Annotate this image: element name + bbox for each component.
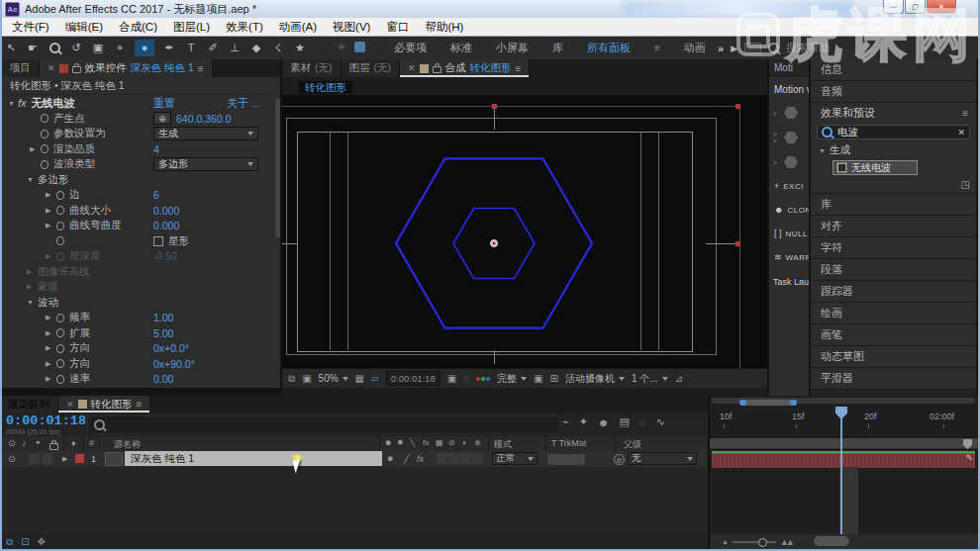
stopwatch-icon[interactable] xyxy=(56,314,69,322)
panel-header[interactable]: 对齐 xyxy=(811,216,976,237)
current-timecode[interactable]: 0:00:01:18 xyxy=(6,413,86,428)
menu-item[interactable]: 帮助(H) xyxy=(417,20,471,35)
reset-effect-link[interactable]: 重置 xyxy=(153,96,175,111)
brush-tool-icon[interactable]: ✐ xyxy=(206,40,220,56)
property-value[interactable]: 4 xyxy=(153,143,159,155)
workspace-tab[interactable]: 必要项 xyxy=(394,41,427,55)
parent-column-header[interactable]: 父级 xyxy=(624,438,641,451)
resolution-dropdown[interactable]: 完整 xyxy=(497,372,527,386)
expand-arrow-icon[interactable]: ▶ xyxy=(46,252,56,260)
menu-item[interactable]: 图层(L) xyxy=(165,20,218,35)
fx-column-icon[interactable]: fx xyxy=(423,438,432,447)
layer-row[interactable]: ⊙ ▶ 1 深灰色 纯色 1 ☻ ╱ fx 正常 @ 无 xyxy=(0,451,706,468)
about-effect-link[interactable]: 关于 ... xyxy=(227,96,260,111)
viewer-timecode[interactable]: 0:00:01:18 xyxy=(386,371,441,386)
property-row[interactable]: 参数设置为 生成 xyxy=(2,127,274,142)
zoom-in-mountain-icon[interactable]: ▲▲ xyxy=(780,537,792,547)
minimize-button[interactable]: — xyxy=(883,0,904,14)
property-row[interactable]: ▶ 蒙版 xyxy=(2,280,274,296)
mini-flowchart-icon[interactable]: ⌁ xyxy=(562,415,569,428)
adjustment-column-icon[interactable]: ◑ xyxy=(461,438,470,447)
frame-blend-column-icon[interactable]: ▦ xyxy=(436,438,444,447)
shy-toggle-icon[interactable]: ☻ xyxy=(598,416,610,428)
null-button[interactable]: [ ] NULL xyxy=(769,222,809,245)
roto-brush-tool-icon[interactable]: ☇ xyxy=(271,40,285,56)
property-value[interactable]: 1.00 xyxy=(153,312,173,323)
property-dropdown[interactable]: 生成 xyxy=(153,127,258,140)
property-value[interactable]: 0x+0.0° xyxy=(153,342,189,354)
expand-layer-arrow[interactable]: ▶ xyxy=(62,455,67,463)
stopwatch-icon[interactable] xyxy=(41,114,53,123)
close-tab-icon[interactable]: ✕ xyxy=(408,63,416,73)
layer-fx-switch[interactable]: fx xyxy=(417,454,424,464)
stopwatch-icon[interactable] xyxy=(56,328,69,337)
stopwatch-icon[interactable] xyxy=(56,222,69,230)
effect-result-item[interactable]: 无线电波 xyxy=(833,160,918,175)
snapshot-icon[interactable]: ▣ xyxy=(447,374,456,384)
tab-footage[interactable]: 素材(无) xyxy=(282,59,342,77)
timeline-search-input[interactable] xyxy=(87,415,560,434)
eraser-tool-icon[interactable]: ◆ xyxy=(249,40,263,56)
property-row[interactable]: ▶ 曲线大小 0.000 xyxy=(2,203,274,219)
audio-column-icon[interactable]: ♪ xyxy=(22,438,27,448)
property-value[interactable]: 0.000 xyxy=(153,205,179,217)
media-box-icon[interactable] xyxy=(744,43,761,54)
layer-duration-bar[interactable] xyxy=(712,453,975,468)
property-value[interactable]: 0.00 xyxy=(153,373,173,385)
anchor-button[interactable]: < xyxy=(769,101,809,125)
comp-viewer-chip[interactable]: 转化图形 xyxy=(299,81,352,94)
playhead-stem[interactable] xyxy=(840,418,842,534)
expand-arrow-icon[interactable]: ▶ xyxy=(46,222,56,230)
timeline-zoom-slider[interactable] xyxy=(733,541,776,543)
menu-item[interactable]: 视图(V) xyxy=(325,20,378,35)
property-row[interactable]: ▶ 速率 0.00 xyxy=(2,372,274,388)
stopwatch-icon[interactable] xyxy=(56,206,69,215)
layer-handle[interactable] xyxy=(492,104,497,109)
expand-arrow-icon[interactable]: ▶ xyxy=(46,329,56,337)
selection-tool-icon[interactable]: ↖ xyxy=(4,40,18,56)
warp-button[interactable]: ≋ WARP xyxy=(769,245,809,269)
close-button[interactable]: ✕ xyxy=(927,0,956,14)
panel-header[interactable]: 音频 xyxy=(811,81,976,103)
panel-header[interactable]: 动态草图 xyxy=(811,346,976,368)
stopwatch-icon[interactable] xyxy=(56,191,69,200)
timeline-pane-toggle-icon-3[interactable]: ✥ xyxy=(38,536,46,547)
anchor-button[interactable]: >< xyxy=(769,125,809,150)
3d-column-icon[interactable]: ⊕ xyxy=(474,438,483,447)
quality-column-icon[interactable]: ╲ xyxy=(410,438,419,447)
always-preview-icon[interactable]: ⧉ xyxy=(288,374,295,384)
tab-project[interactable]: 项目 xyxy=(2,59,40,77)
trkmat-column-header[interactable]: T TrkMat xyxy=(551,438,586,448)
effect-point-anchor[interactable] xyxy=(488,237,500,249)
menu-item[interactable]: 动画(A) xyxy=(271,20,325,35)
timeline-pane-toggle-icon-1[interactable]: ⧉ xyxy=(6,536,13,548)
mode-column-header[interactable]: 模式 xyxy=(494,438,512,451)
property-row[interactable]: ▶ 频率 1.00 xyxy=(2,311,274,326)
index-column-header[interactable]: # xyxy=(89,438,94,448)
marker-pen-icon[interactable]: ✎ xyxy=(965,453,973,463)
blend-mode-dropdown[interactable]: 正常 xyxy=(492,452,538,465)
pan-behind-tool-icon[interactable]: ⌖ xyxy=(113,40,127,56)
magnification-dropdown[interactable]: 50% xyxy=(319,373,348,384)
panel-header[interactable]: 信息 xyxy=(811,59,976,81)
expand-arrow-icon[interactable]: ▶ xyxy=(30,145,41,153)
tab-layer[interactable]: 图层(无) xyxy=(342,59,401,77)
property-row[interactable]: ▶ 曲线弯曲度 0.000 xyxy=(2,219,274,234)
zoom-tool-icon[interactable] xyxy=(48,40,61,56)
camera-tool-icon[interactable]: ▣ xyxy=(91,40,105,56)
primary-viewer-icon[interactable]: ▣ xyxy=(302,374,311,384)
tab-timeline-comp[interactable]: ✕ 转化图形 ≡ xyxy=(58,396,150,413)
layer-shy-switch[interactable]: ☻ xyxy=(386,454,394,463)
property-value[interactable]: 5.00 xyxy=(153,327,173,339)
pen-tool-icon[interactable]: ✒ xyxy=(162,40,176,56)
effect-point-button[interactable]: ⊕ xyxy=(153,112,171,125)
panel-header[interactable]: 平滑器 xyxy=(811,368,976,390)
type-tool-icon[interactable]: T xyxy=(184,40,198,56)
menu-item[interactable]: 窗口 xyxy=(378,20,417,35)
collapse-column-icon[interactable]: ✹ xyxy=(397,438,406,447)
clear-search-icon[interactable]: ✕ xyxy=(957,128,965,138)
pixel-aspect-icon[interactable]: ⊿ xyxy=(675,374,683,384)
effects-search-input[interactable]: 电波 ✕ xyxy=(817,125,970,139)
overflow-chevrons-icon[interactable]: » xyxy=(718,43,724,54)
expand-arrow-icon[interactable]: ▶ xyxy=(46,191,56,199)
